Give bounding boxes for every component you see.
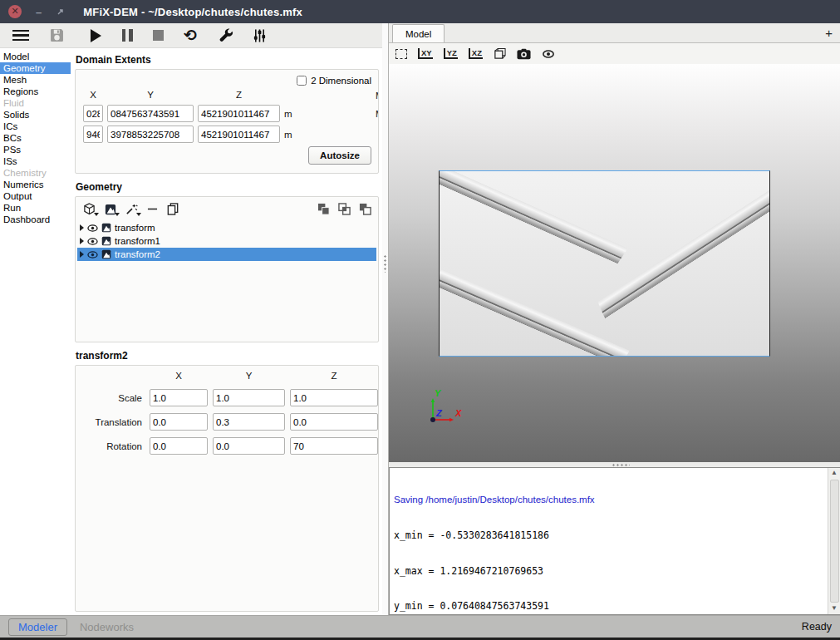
title-bar: ✕ – MFiX-DEM - ~/Desktop/chutes/chutes.m… (0, 0, 840, 23)
scale-label: Scale (83, 393, 145, 403)
modeler-tab-button[interactable]: Modeler (8, 618, 67, 636)
screenshot-button[interactable] (517, 48, 531, 60)
run-button[interactable] (81, 25, 111, 47)
difference-button[interactable] (359, 203, 371, 215)
sidebar-item-model[interactable]: Model (0, 51, 71, 62)
transform2-group: X Y Z Scale Translation (75, 365, 379, 612)
remove-geometry-button[interactable] (147, 204, 158, 214)
sidebar-item-output[interactable]: Output (0, 190, 71, 202)
minimize-button[interactable]: – (36, 6, 42, 18)
visibility-button[interactable] (542, 48, 555, 60)
filters-button[interactable] (125, 203, 138, 215)
reset-button[interactable]: ⟲ (174, 25, 206, 47)
rotation-x-input[interactable] (150, 437, 208, 455)
tree-item-label: transform (115, 223, 155, 233)
view-xy-button[interactable]: XY (418, 48, 433, 59)
close-button[interactable]: ✕ (8, 5, 22, 18)
console-scrollbar[interactable]: ▲ ▼ (828, 468, 840, 614)
tree-item-label: transform1 (115, 236, 160, 246)
sidebar-item-pss[interactable]: PSs (0, 144, 71, 155)
two-dimensional-label: 2 Dimensional (311, 76, 371, 86)
expand-caret-icon[interactable] (80, 238, 84, 244)
stl-node-icon (101, 249, 111, 259)
expand-caret-icon[interactable] (80, 224, 84, 231)
rotation-z-input[interactable] (290, 437, 378, 455)
horizontal-splitter[interactable] (389, 462, 840, 467)
zmin-input[interactable] (198, 105, 280, 122)
intersect-button[interactable] (338, 203, 351, 215)
tab-model[interactable]: Model (392, 24, 445, 42)
sidebar-item-geometry[interactable]: Geometry (0, 62, 71, 74)
sidebar-item-ics[interactable]: ICs (0, 121, 71, 132)
visibility-eye-icon[interactable] (87, 223, 98, 234)
model-3d-viewport[interactable]: Y X Z (389, 64, 840, 462)
main-toolbar: ⟲ (0, 23, 382, 48)
translation-x-input[interactable] (150, 413, 208, 431)
sidebar-item-solids[interactable]: Solids (0, 109, 71, 121)
expand-caret-icon[interactable] (80, 251, 84, 258)
autosize-button[interactable]: Autosize (308, 146, 371, 165)
save-button[interactable] (42, 25, 71, 47)
pause-button[interactable] (112, 25, 142, 47)
save-icon (50, 28, 64, 42)
stop-button[interactable] (143, 25, 173, 47)
scale-z-input[interactable] (290, 389, 378, 406)
tree-row-transform1[interactable]: transform1 (77, 234, 376, 248)
nodeworks-tab-button[interactable]: Nodeworks (80, 621, 134, 633)
view-yz-button[interactable]: YZ (444, 48, 458, 59)
console-line: x_max = 1.2169467210769653 (394, 565, 826, 577)
difference-icon (359, 203, 371, 215)
build-button[interactable] (210, 25, 242, 47)
union-button[interactable] (317, 203, 330, 215)
maximize-button[interactable] (56, 7, 65, 17)
copy-geometry-button[interactable] (167, 203, 179, 215)
xmax-input[interactable] (83, 126, 103, 143)
sidebar-item-bcs[interactable]: BCs (0, 132, 71, 144)
rotation-y-input[interactable] (213, 437, 285, 455)
settings-button[interactable] (244, 25, 274, 47)
tree-row-transform[interactable]: transform (77, 221, 376, 234)
menu-button[interactable] (7, 25, 35, 47)
add-geometry-button[interactable] (83, 203, 96, 215)
scale-y-input[interactable] (213, 389, 285, 406)
geometry-tree: transform (77, 221, 376, 261)
translation-y-input[interactable] (213, 413, 285, 431)
sidebar-item-mesh[interactable]: Mesh (0, 74, 71, 86)
xmin-input[interactable] (83, 105, 103, 122)
chute-stl-3 (439, 268, 630, 357)
sidebar-item-fluid: Fluid (0, 97, 71, 109)
sidebar-item-iss[interactable]: ISs (0, 155, 71, 167)
app-window: ✕ – MFiX-DEM - ~/Desktop/chutes/chutes.m… (0, 0, 840, 640)
ymax-input[interactable] (107, 126, 194, 143)
two-dimensional-checkbox[interactable] (297, 76, 307, 86)
geometry-title: Geometry (76, 181, 379, 193)
vertical-splitter[interactable] (382, 23, 388, 615)
stl-node-icon (101, 236, 111, 246)
visibility-eye-icon[interactable] (87, 236, 98, 247)
visibility-eye-icon[interactable] (87, 249, 98, 260)
tree-row-transform2[interactable]: transform2 (77, 248, 376, 261)
maximize-icon (56, 7, 65, 17)
de-col-z: Z (198, 90, 280, 101)
fit-view-button[interactable] (395, 49, 407, 59)
scroll-down-icon[interactable]: ▼ (831, 603, 838, 614)
scroll-thumb[interactable] (830, 480, 839, 603)
sidebar-item-numerics[interactable]: Numerics (0, 179, 71, 190)
view-toolbar: XY YZ XZ (389, 43, 840, 64)
sidebar-item-run[interactable]: Run (0, 202, 71, 214)
sidebar-item-dashboard[interactable]: Dashboard (0, 214, 71, 225)
add-tab-button[interactable]: + (825, 27, 833, 39)
scroll-up-icon[interactable]: ▲ (831, 468, 838, 479)
zmax-input[interactable] (198, 126, 280, 143)
splitter-handle-dots (612, 464, 630, 466)
ymin-input[interactable] (107, 105, 194, 122)
add-stl-button[interactable] (105, 204, 116, 215)
fit-view-icon (395, 49, 407, 59)
translation-z-input[interactable] (290, 413, 378, 431)
geometry-pane: Domain Extents 2 Dimensional X Y Z (71, 48, 382, 615)
perspective-button[interactable] (494, 47, 506, 60)
scale-x-input[interactable] (150, 389, 208, 406)
minus-icon (147, 204, 158, 214)
view-xz-button[interactable]: XZ (469, 48, 483, 59)
sidebar-item-regions[interactable]: Regions (0, 86, 71, 97)
